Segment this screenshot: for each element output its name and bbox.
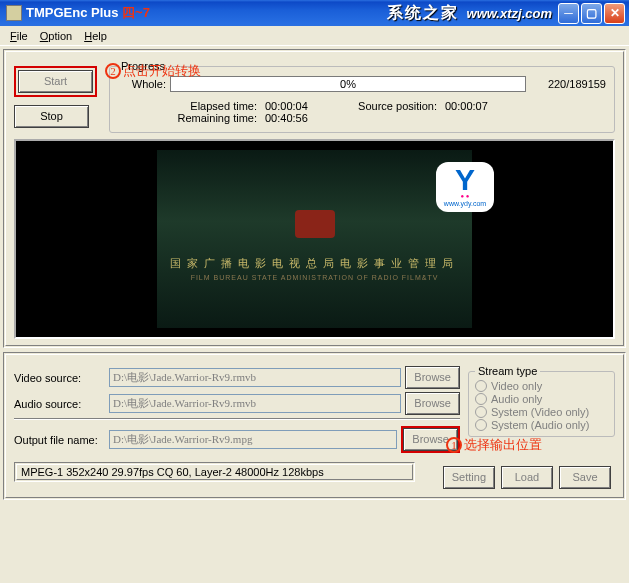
load-button[interactable]: Load — [501, 466, 553, 489]
video-stamp-icon — [295, 210, 335, 238]
divider — [14, 418, 460, 420]
radio-icon — [475, 406, 487, 418]
left-button-column: Start Stop — [14, 58, 109, 133]
status-bar: MPEG-1 352x240 29.97fps CQ 60, Layer-2 4… — [14, 462, 415, 482]
video-source-input[interactable] — [109, 368, 401, 387]
video-watermark-logo: Y ● ● www.ydy.com — [436, 162, 494, 212]
video-caption-en: FILM BUREAU STATE ADMINISTRATION OF RADI… — [157, 274, 472, 281]
watermark-cn: 系统之家 — [387, 3, 459, 24]
maximize-button[interactable]: ▢ — [581, 3, 602, 24]
audio-source-input[interactable] — [109, 394, 401, 413]
radio-icon — [475, 393, 487, 405]
title-suffix: 四~7 — [122, 5, 150, 20]
srcpos-value: 00:00:07 — [445, 100, 515, 112]
video-caption-cn: 国家广播电影电视总局电影事业管理局 — [157, 256, 472, 271]
browse-video-button[interactable]: Browse — [405, 366, 460, 389]
close-button[interactable]: ✕ — [604, 3, 625, 24]
radio-audio-only[interactable]: Audio only — [475, 393, 608, 405]
radio-icon — [475, 419, 487, 431]
remaining-label: Remaining time: — [170, 112, 265, 124]
remaining-value: 00:40:56 — [265, 112, 335, 124]
video-frame: Y ● ● www.ydy.com 国家广播电影电视总局电影事业管理局 FILM… — [157, 150, 472, 328]
audio-source-label: Audio source: — [14, 398, 109, 410]
app-icon — [6, 5, 22, 21]
window-title: TMPGEnc Plus 四~7 — [26, 4, 150, 22]
browse-audio-button[interactable]: Browse — [405, 392, 460, 415]
start-button[interactable]: Start — [18, 70, 93, 93]
menu-help[interactable]: Help — [78, 29, 113, 43]
minimize-button[interactable]: ─ — [558, 3, 579, 24]
setting-button[interactable]: Setting — [443, 466, 495, 489]
progress-percent: 0% — [340, 78, 356, 90]
stream-type-legend: Stream type — [475, 365, 540, 377]
watermark-url: www.xtzj.com — [467, 6, 552, 21]
radio-video-only[interactable]: Video only — [475, 380, 608, 392]
save-button[interactable]: Save — [559, 466, 611, 489]
status-text: MPEG-1 352x240 29.97fps CQ 60, Layer-2 4… — [21, 466, 324, 478]
progress-counter: 220/189159 — [526, 78, 606, 90]
srcpos-label: Source position: — [335, 100, 445, 112]
menu-bar: File Option Help — [0, 26, 629, 46]
app-name: TMPGEnc Plus — [26, 5, 118, 20]
video-preview: Y ● ● www.ydy.com 国家广播电影电视总局电影事业管理局 FILM… — [14, 139, 615, 339]
stop-button[interactable]: Stop — [14, 105, 89, 128]
radio-system-video[interactable]: System (Video only) — [475, 406, 608, 418]
annotation-2: 2点击开始转换 — [105, 62, 201, 80]
stream-type-group: Stream type Video only Audio only System… — [468, 365, 615, 437]
progress-bar: 0% — [170, 76, 526, 92]
annotation-1: 1选择输出位置 — [446, 436, 542, 454]
elapsed-value: 00:00:04 — [265, 100, 335, 112]
menu-file[interactable]: File — [4, 29, 34, 43]
menu-option[interactable]: Option — [34, 29, 78, 43]
elapsed-label: Elapsed time: — [170, 100, 265, 112]
title-bar: TMPGEnc Plus 四~7 系统之家 www.xtzj.com ─ ▢ ✕ — [0, 0, 629, 26]
video-source-label: Video source: — [14, 372, 109, 384]
radio-icon — [475, 380, 487, 392]
output-file-input[interactable] — [109, 430, 397, 449]
output-file-label: Output file name: — [14, 434, 109, 446]
radio-system-audio[interactable]: System (Audio only) — [475, 419, 608, 431]
annotation-box-start: Start — [14, 66, 97, 97]
